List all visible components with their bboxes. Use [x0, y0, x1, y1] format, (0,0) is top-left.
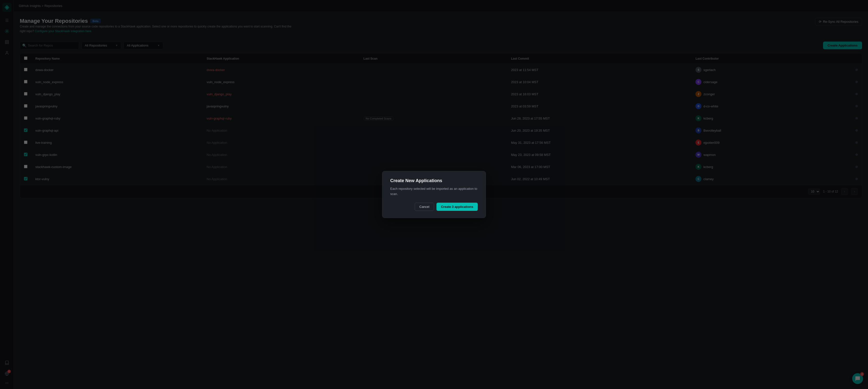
- modal-title: Create New Applications: [390, 178, 478, 183]
- modal-actions: Cancel Create 3 applications: [390, 203, 478, 211]
- cancel-button[interactable]: Cancel: [415, 203, 434, 211]
- create-applications-modal: Create New Applications Each repository …: [382, 171, 486, 218]
- confirm-create-button[interactable]: Create 3 applications: [436, 203, 478, 211]
- modal-overlay[interactable]: Create New Applications Each repository …: [0, 0, 868, 389]
- modal-description: Each repository selected will be importe…: [390, 186, 478, 197]
